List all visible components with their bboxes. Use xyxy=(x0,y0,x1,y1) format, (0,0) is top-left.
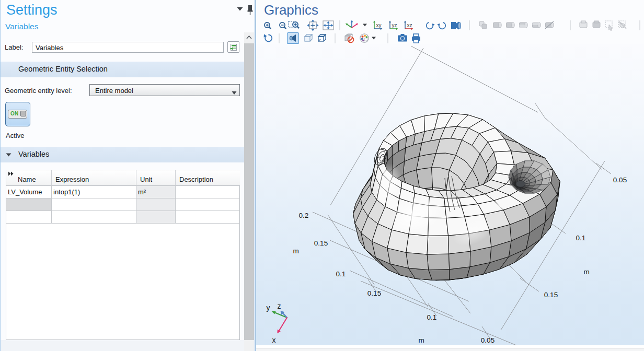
svg-text:x: x xyxy=(272,336,276,344)
svg-text:m: m xyxy=(418,336,424,344)
svg-text:0.15: 0.15 xyxy=(544,291,558,299)
svg-text:xz: xz xyxy=(407,22,412,28)
svg-text:y: y xyxy=(267,303,270,312)
svg-text:0.1: 0.1 xyxy=(576,234,586,242)
svg-text:0.2: 0.2 xyxy=(299,212,309,219)
svg-text:z: z xyxy=(278,302,281,310)
svg-text:yz: yz xyxy=(392,22,397,28)
svg-text:xy: xy xyxy=(376,22,382,28)
svg-text:m: m xyxy=(583,268,589,276)
svg-text:0.05: 0.05 xyxy=(613,176,627,184)
svg-text:0.15: 0.15 xyxy=(314,239,328,247)
svg-text:m: m xyxy=(293,247,298,255)
svg-text:0.15: 0.15 xyxy=(367,289,381,297)
svg-text:0.1: 0.1 xyxy=(336,270,346,278)
svg-text:0.1: 0.1 xyxy=(427,313,437,321)
svg-text:0.05: 0.05 xyxy=(481,336,494,344)
